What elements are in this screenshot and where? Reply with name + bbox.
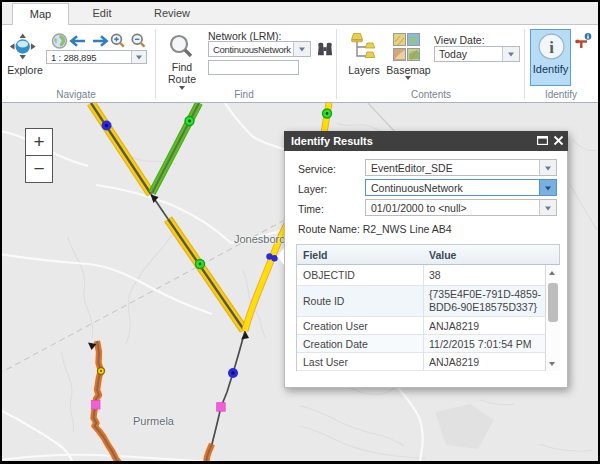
svg-text:i: i (549, 38, 554, 57)
